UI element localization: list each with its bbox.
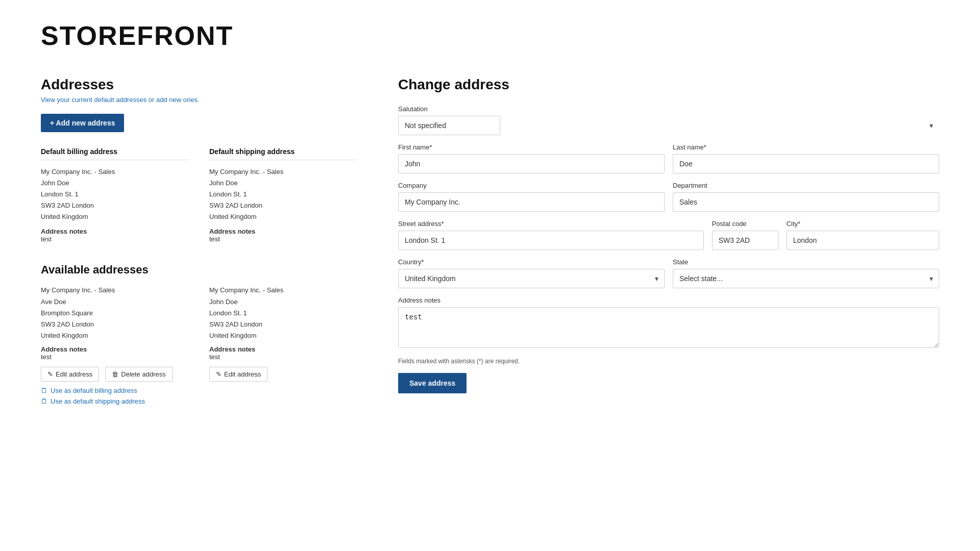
addresses-subtitle: View your current default addresses or a… [41,96,357,104]
street-postal-city-row: Street address* Postal code City* [398,220,939,250]
postal-input[interactable] [712,231,778,250]
available-addresses-title: Available addresses [41,263,357,277]
use-default-shipping-button[interactable]: 🗒 Use as default shipping address [41,397,145,405]
country-select-wrapper: United Kingdom United States Germany [398,269,665,288]
avail-left-notes-val: test [41,353,189,361]
edit-icon: ✎ [47,370,53,378]
save-address-button[interactable]: Save address [398,373,467,393]
header: STOREFRONT [41,0,939,66]
default-shipping-address: My Company Inc. - Sales John Doe London … [209,166,357,222]
shipping-street: London St. 1 [209,189,357,200]
state-select[interactable]: Select state... [673,269,939,288]
available-right-col: My Company Inc. - Sales John Doe London … [209,285,357,408]
country-group: Country* United Kingdom United States Ge… [398,258,665,288]
default-billing-col: Default billing address My Company Inc. … [41,147,189,243]
avail-left-country: United Kingdom [41,330,189,341]
city-label: City* [787,220,939,228]
avail-right-action-btns: ✎ Edit address [209,367,357,382]
street-input[interactable] [398,231,704,250]
default-shipping-title: Default shipping address [209,147,357,160]
left-panel: Addresses View your current default addr… [41,77,357,408]
first-name-label: First name* [398,143,665,151]
billing-notes-val: test [41,235,189,243]
company-input[interactable] [398,192,665,212]
shipping-country: United Kingdom [209,211,357,222]
last-name-label: Last name* [673,143,939,151]
shipping-name: John Doe [209,178,357,189]
country-state-row: Country* United Kingdom United States Ge… [398,258,939,288]
avail-left-action-btns: ✎ Edit address 🗑 Delete address [41,367,189,382]
salutation-select-wrapper: Not specified Mr. Ms. Mrs. Dr. [398,116,939,135]
postal-group: Postal code [712,220,778,250]
notes-textarea[interactable]: test [398,307,939,348]
available-addresses-section: My Company Inc. - Sales Ave Doe Brompton… [41,285,357,408]
avail-left-notes-label: Address notes [41,345,189,353]
first-name-input[interactable] [398,154,665,173]
avail-left-name: Ave Doe [41,296,189,308]
avail-left-address: My Company Inc. - Sales Ave Doe Brompton… [41,285,189,341]
company-row: Company Department [398,182,939,212]
city-group: City* [787,220,939,250]
state-label: State [673,258,939,266]
avail-right-company: My Company Inc. - Sales [209,285,357,296]
salutation-group: Salutation Not specified Mr. Ms. Mrs. Dr… [398,105,939,135]
name-row: First name* Last name* [398,143,939,173]
page-container: STOREFRONT Addresses View your current d… [0,0,980,551]
default-shipping-col: Default shipping address My Company Inc.… [209,147,357,243]
street-group: Street address* [398,220,704,250]
edit-icon-right: ✎ [216,370,222,378]
billing-country: United Kingdom [41,211,189,222]
department-label: Department [673,182,939,189]
billing-postal-city: SW3 2AD London [41,200,189,211]
site-title: STOREFRONT [41,20,939,51]
company-group: Company [398,182,665,212]
department-input[interactable] [673,192,939,212]
salutation-select[interactable]: Not specified Mr. Ms. Mrs. Dr. [398,116,500,135]
avail-right-notes-label: Address notes [209,345,357,353]
avail-right-notes-val: test [209,353,357,361]
company-label: Company [398,182,665,189]
use-default-billing-button[interactable]: 🗒 Use as default billing address [41,387,137,394]
avail-right-street: London St. 1 [209,308,357,319]
avail-right-name: John Doe [209,296,357,308]
billing-notes-label: Address notes [41,228,189,235]
shipping-notes-val: test [209,235,357,243]
first-name-group: First name* [398,143,665,173]
salutation-label: Salutation [398,105,939,113]
avail-right-postal-city: SW3 2AD London [209,319,357,330]
add-new-address-button[interactable]: + Add new address [41,114,124,132]
postal-label: Postal code [712,220,778,228]
notes-group: Address notes test [398,296,939,349]
delete-address-left-button[interactable]: 🗑 Delete address [105,367,172,382]
country-select[interactable]: United Kingdom United States Germany [398,269,665,288]
shipping-link-icon: 🗒 [41,397,47,405]
last-name-input[interactable] [673,154,939,173]
edit-address-left-button[interactable]: ✎ Edit address [41,367,99,382]
delete-icon: 🗑 [112,370,118,378]
street-label: Street address* [398,220,704,228]
right-panel: Change address Salutation Not specified … [398,77,939,408]
department-group: Department [673,182,939,212]
billing-name: John Doe [41,178,189,189]
billing-link-icon: 🗒 [41,387,47,394]
default-billing-title: Default billing address [41,147,189,160]
state-group: State Select state... [673,258,939,288]
edit-address-right-button[interactable]: ✎ Edit address [209,367,267,382]
city-input[interactable] [787,231,939,250]
shipping-notes-label: Address notes [209,228,357,235]
avail-left-postal-city: SW3 2AD London [41,319,189,330]
avail-right-address: My Company Inc. - Sales John Doe London … [209,285,357,341]
avail-left-street: Brompton Square [41,308,189,319]
shipping-postal-city: SW3 2AD London [209,200,357,211]
billing-company: My Company Inc. - Sales [41,166,189,178]
shipping-company: My Company Inc. - Sales [209,166,357,178]
default-billing-address: My Company Inc. - Sales John Doe London … [41,166,189,222]
state-select-wrapper: Select state... [673,269,939,288]
default-addresses-section: Default billing address My Company Inc. … [41,147,357,243]
country-label: Country* [398,258,665,266]
avail-right-country: United Kingdom [209,330,357,341]
required-note: Fields marked with asterisks (*) are req… [398,358,939,365]
billing-street: London St. 1 [41,189,189,200]
main-layout: Addresses View your current default addr… [41,66,939,408]
avail-left-company: My Company Inc. - Sales [41,285,189,296]
